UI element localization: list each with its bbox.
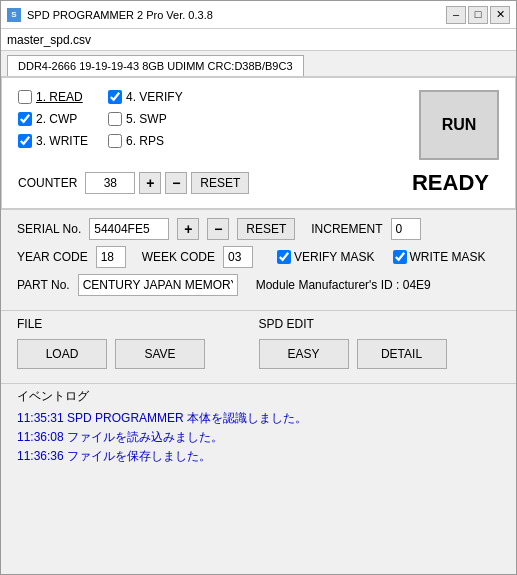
cwp-checkbox[interactable]	[18, 112, 32, 126]
cwp-checkbox-item: 2. CWP	[18, 112, 88, 126]
verify-checkbox[interactable]	[108, 90, 122, 104]
run-button-container: RUN	[419, 90, 499, 160]
year-code-label: YEAR CODE	[17, 250, 88, 264]
serial-plus-button[interactable]: +	[177, 218, 199, 240]
write-mask-label: WRITE MASK	[410, 250, 486, 264]
spd-buttons: EASY DETAIL	[259, 339, 501, 369]
counter-label: COUNTER	[18, 176, 77, 190]
main-window: S SPD PROGRAMMER 2 Pro Ver. 0.3.8 – □ ✕ …	[0, 0, 517, 575]
serial-minus-button[interactable]: −	[207, 218, 229, 240]
checkboxes-left: 1. READ 2. CWP 3. WRITE	[18, 90, 88, 148]
menu-bar: master_spd.csv	[1, 29, 516, 51]
file-label: FILE	[17, 317, 259, 331]
close-button[interactable]: ✕	[490, 6, 510, 24]
file-buttons: LOAD SAVE	[17, 339, 259, 369]
serial-row: SERIAL No. + − RESET INCREMENT	[17, 218, 500, 240]
spd-group: SPD EDIT EASY DETAIL	[259, 317, 501, 369]
main-panel: 1. READ 2. CWP 3. WRITE 4. VERIFY	[1, 77, 516, 209]
part-input[interactable]	[78, 274, 238, 296]
log-entry-2: 11:36:08 ファイルを読み込みました。	[17, 428, 500, 447]
swp-checkbox[interactable]	[108, 112, 122, 126]
app-icon: S	[7, 8, 21, 22]
rps-checkbox[interactable]	[108, 134, 122, 148]
serial-section: SERIAL No. + − RESET INCREMENT YEAR CODE…	[1, 210, 516, 310]
part-label: PART No.	[17, 278, 70, 292]
counter-reset-button[interactable]: RESET	[191, 172, 249, 194]
spd-label: SPD EDIT	[259, 317, 501, 331]
module-manufacturer-label: Module Manufacturer's ID : 04E9	[256, 278, 431, 292]
read-checkbox-item: 1. READ	[18, 90, 88, 104]
increment-input[interactable]	[391, 218, 421, 240]
checkboxes-right: 4. VERIFY 5. SWP 6. RPS	[108, 90, 183, 148]
serial-reset-button[interactable]: RESET	[237, 218, 295, 240]
tab-bar: DDR4-2666 19-19-19-43 8GB UDIMM CRC:D38B…	[1, 51, 516, 77]
log-entry-3: 11:36:36 ファイルを保存しました。	[17, 447, 500, 466]
tab-ddr4[interactable]: DDR4-2666 19-19-19-43 8GB UDIMM CRC:D38B…	[7, 55, 304, 76]
menu-filename: master_spd.csv	[7, 33, 91, 47]
title-text: SPD PROGRAMMER 2 Pro Ver. 0.3.8	[27, 9, 446, 21]
counter-row: COUNTER 38 + − RESET READY	[18, 170, 499, 196]
verify-label: 4. VERIFY	[126, 90, 183, 104]
serial-input[interactable]	[89, 218, 169, 240]
log-entries: 11:35:31 SPD PROGRAMMER 本体を認識しました。 11:36…	[17, 409, 500, 467]
week-code-label: WEEK CODE	[142, 250, 215, 264]
swp-checkbox-item: 5. SWP	[108, 112, 183, 126]
cwp-label: 2. CWP	[36, 112, 77, 126]
log-title: イベントログ	[17, 388, 500, 405]
minimize-button[interactable]: –	[446, 6, 466, 24]
write-checkbox[interactable]	[18, 134, 32, 148]
run-button[interactable]: RUN	[419, 90, 499, 160]
save-button[interactable]: SAVE	[115, 339, 205, 369]
log-section: イベントログ 11:35:31 SPD PROGRAMMER 本体を認識しました…	[1, 384, 516, 574]
rps-label: 6. RPS	[126, 134, 164, 148]
year-code-input[interactable]	[96, 246, 126, 268]
verify-mask-label: VERIFY MASK	[294, 250, 374, 264]
file-spd-section: FILE LOAD SAVE SPD EDIT EASY DETAIL	[1, 311, 516, 375]
verify-mask-checkbox[interactable]	[277, 250, 291, 264]
swp-label: 5. SWP	[126, 112, 167, 126]
increment-label: INCREMENT	[311, 222, 382, 236]
status-text: READY	[412, 170, 489, 196]
verify-checkbox-item: 4. VERIFY	[108, 90, 183, 104]
maximize-button[interactable]: □	[468, 6, 488, 24]
write-checkbox-item: 3. WRITE	[18, 134, 88, 148]
verify-mask-item: VERIFY MASK	[277, 250, 374, 264]
counter-minus-button[interactable]: −	[165, 172, 187, 194]
read-checkbox[interactable]	[18, 90, 32, 104]
write-label: 3. WRITE	[36, 134, 88, 148]
write-mask-checkbox[interactable]	[393, 250, 407, 264]
write-mask-item: WRITE MASK	[393, 250, 486, 264]
counter-plus-button[interactable]: +	[139, 172, 161, 194]
counter-input[interactable]: 38	[85, 172, 135, 194]
title-bar: S SPD PROGRAMMER 2 Pro Ver. 0.3.8 – □ ✕	[1, 1, 516, 29]
rps-checkbox-item: 6. RPS	[108, 134, 183, 148]
window-controls: – □ ✕	[446, 6, 510, 24]
load-button[interactable]: LOAD	[17, 339, 107, 369]
detail-button[interactable]: DETAIL	[357, 339, 447, 369]
part-row: PART No. Module Manufacturer's ID : 04E9	[17, 274, 500, 296]
yearweek-row: YEAR CODE WEEK CODE VERIFY MASK WRITE MA…	[17, 246, 500, 268]
file-group: FILE LOAD SAVE	[17, 317, 259, 369]
log-entry-1: 11:35:31 SPD PROGRAMMER 本体を認識しました。	[17, 409, 500, 428]
read-label: 1. READ	[36, 90, 83, 104]
easy-button[interactable]: EASY	[259, 339, 349, 369]
week-code-input[interactable]	[223, 246, 253, 268]
serial-label: SERIAL No.	[17, 222, 81, 236]
